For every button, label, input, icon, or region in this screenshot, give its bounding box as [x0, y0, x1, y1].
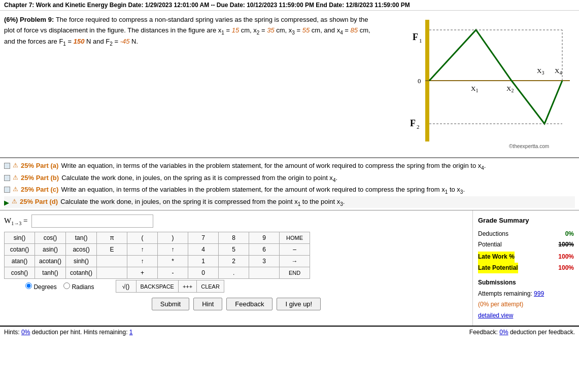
answer-row: W1→3 =: [0, 210, 472, 230]
top-bar: Chapter 7: Work and Kinetic Energy Begin…: [0, 0, 579, 11]
btn-0[interactable]: 0: [188, 267, 219, 279]
btn-home[interactable]: HOME: [280, 232, 310, 244]
btn-empty1: [97, 256, 127, 267]
checkbox-c: [4, 187, 10, 193]
x2-value: 35: [267, 26, 274, 34]
calculator-area: sin() cos() tan() π ( ) 7 8 9 HOME cotan…: [0, 230, 472, 295]
detailed-view-link[interactable]: detailed view: [478, 312, 513, 319]
btn-dot[interactable]: .: [219, 267, 249, 279]
btn-asin[interactable]: asin(): [35, 244, 66, 256]
late-potential-row: Late Potential 100%: [478, 263, 574, 274]
btn-arrow-right[interactable]: →: [280, 256, 310, 267]
svg-text:2: 2: [417, 124, 420, 130]
btn-acos[interactable]: acos(): [66, 244, 97, 256]
btn-end[interactable]: END: [280, 267, 310, 279]
answer-label: W1→3 =: [4, 217, 27, 226]
btn-sinh[interactable]: sinh(): [66, 256, 97, 267]
btn-minus-side[interactable]: –: [280, 244, 310, 256]
btn-cotanh[interactable]: cotanh(): [66, 267, 97, 279]
parts-section: ⚠ 25% Part (a) Write an equation, in ter…: [0, 158, 579, 210]
btn-3[interactable]: 3: [249, 256, 280, 267]
btn-minus[interactable]: -: [158, 267, 188, 279]
x1-axis-label: X1: [471, 85, 478, 93]
attempts-val: 999: [534, 290, 544, 297]
btn-cotan[interactable]: cotan(): [5, 244, 35, 256]
btn-9[interactable]: 9: [249, 232, 280, 244]
deg-rad-cell: Degrees Radians: [4, 280, 116, 293]
hint-button[interactable]: Hint: [193, 298, 222, 310]
calc-row-3: atan() acotan() sinh() ↑ * 1 2 3 →: [5, 256, 310, 267]
part-a-row: ⚠ 25% Part (a) Write an equation, in ter…: [4, 160, 575, 172]
btn-1[interactable]: 1: [188, 256, 219, 267]
late-work-val: 100%: [558, 252, 574, 263]
x1-value: 15: [232, 26, 239, 34]
btn-6[interactable]: 6: [249, 244, 280, 256]
part-d-label: 25% Part (d): [20, 198, 58, 205]
give-up-button[interactable]: I give up!: [277, 298, 321, 310]
btn-cosh[interactable]: cosh(): [5, 267, 35, 279]
degrees-label[interactable]: Degrees: [25, 283, 58, 291]
calc-row-2: cotan() asin() acos() E ↑ ↑ 4 5 6 –: [5, 244, 310, 256]
answer-and-grade-section: W1→3 = sin() cos() tan() π ( ) 7 8 9 HOM…: [0, 210, 579, 325]
warning-b: ⚠: [13, 174, 18, 181]
warning-d: ⚠: [12, 198, 17, 205]
btn-E[interactable]: E: [97, 244, 127, 256]
hints-pct: 0%: [21, 329, 30, 336]
late-potential-label: Late Potential: [478, 263, 518, 274]
btn-up3[interactable]: ↑: [127, 256, 158, 267]
btn-acotan[interactable]: acotan(): [35, 256, 66, 267]
btn-sin[interactable]: sin(): [5, 232, 35, 244]
problem-text-area: (6%) Problem 9: The force required to co…: [4, 15, 378, 153]
submissions-title: Submissions: [478, 277, 574, 289]
late-potential-val: 100%: [558, 263, 574, 274]
part-d-row: ▶ ⚠ 25% Part (d) Calculate the work done…: [4, 196, 575, 208]
feedback-footer: Feedback: 0% deduction per feedback.: [469, 329, 575, 336]
feedback-text: deduction per feedback.: [510, 329, 575, 336]
btn-rparen[interactable]: ): [158, 232, 188, 244]
btn-backspace[interactable]: BACKSPACE: [136, 280, 178, 293]
btn-lparen[interactable]: (: [127, 232, 158, 244]
btn-sqrt[interactable]: √(): [116, 280, 136, 293]
btn-8[interactable]: 8: [219, 232, 249, 244]
deg-rad-table: Degrees Radians √() BACKSPACE +++ CLEAR: [4, 280, 224, 293]
radians-label[interactable]: Radians: [63, 283, 94, 291]
part-c-label: 25% Part (c): [21, 186, 58, 193]
radians-radio[interactable]: [63, 282, 70, 289]
origin-label: 0: [418, 77, 421, 85]
btn-5[interactable]: 5: [219, 244, 249, 256]
degrees-radio[interactable]: [25, 282, 32, 289]
feedback-label: Feedback:: [469, 329, 498, 336]
main-content: (6%) Problem 9: The force required to co…: [0, 11, 579, 158]
chapter-header: Chapter 7: Work and Kinetic Energy Begin…: [0, 0, 579, 11]
attempts-row: Attempts remaining: 999: [478, 289, 574, 300]
answer-input[interactable]: [31, 215, 153, 228]
btn-2[interactable]: 2: [219, 256, 249, 267]
submit-button[interactable]: Submit: [152, 298, 189, 310]
part-d-text: Calculate the work done, in joules, on t…: [60, 198, 345, 207]
btn-atan[interactable]: atan(): [5, 256, 35, 267]
part-c-row: ⚠ 25% Part (c) Write an equation, in ter…: [4, 184, 575, 196]
btn-cos[interactable]: cos(): [35, 232, 66, 244]
feedback-button[interactable]: Feedback: [226, 298, 273, 310]
action-buttons-row: Submit Hint Feedback I give up!: [0, 295, 472, 313]
potential-val: 100%: [558, 239, 574, 251]
btn-plusplus[interactable]: +++: [178, 280, 196, 293]
radians-text: Radians: [72, 283, 94, 291]
btn-mult[interactable]: *: [158, 256, 188, 267]
btn-clear[interactable]: CLEAR: [197, 280, 224, 293]
btn-pi[interactable]: π: [97, 232, 127, 244]
part-a-label: 25% Part (a): [21, 162, 58, 169]
btn-tan[interactable]: tan(): [66, 232, 97, 244]
btn-up2[interactable]: ↑: [158, 244, 188, 256]
btn-plus[interactable]: +: [127, 267, 158, 279]
btn-up1[interactable]: ↑: [127, 244, 158, 256]
late-work-row: Late Work % 100%: [478, 252, 574, 263]
grade-summary-panel: Grade Summary Deductions 0% Potential 10…: [472, 210, 579, 325]
F1-label: F: [413, 32, 418, 42]
warning-a: ⚠: [13, 162, 18, 169]
btn-7[interactable]: 7: [188, 232, 219, 244]
checkbox-a: [4, 163, 10, 169]
x3-axis-label: X3: [537, 67, 544, 76]
btn-tanh[interactable]: tanh(): [35, 267, 66, 279]
btn-4[interactable]: 4: [188, 244, 219, 256]
